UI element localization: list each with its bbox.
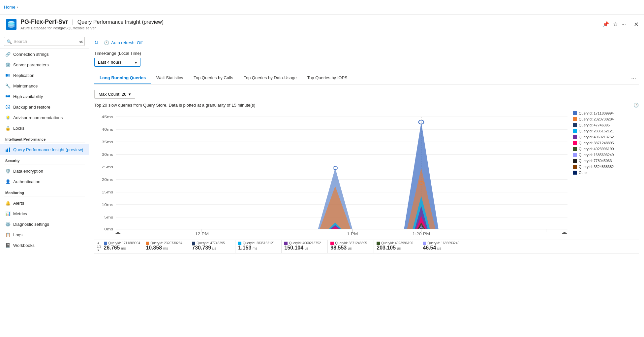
- chart-container: 45ms 40ms 35ms 30ms 25ms 20ms 15ms 10ms …: [94, 110, 639, 236]
- sidebar-item-diagnostic[interactable]: ⚙️ Diagnostic settings: [0, 219, 89, 229]
- legend-item-other: Other: [573, 170, 639, 176]
- legend-label-other: Other: [579, 171, 588, 175]
- svg-text:1 PM: 1 PM: [347, 232, 358, 236]
- legend-color-q9: [573, 159, 577, 163]
- sidebar-item-maintenance[interactable]: 🔧 Maintenance: [0, 81, 89, 91]
- tab-top-iops[interactable]: Top Queries by IOPS: [302, 72, 353, 84]
- sidebar-label: Advisor recommendations: [13, 115, 63, 120]
- tab-top-data[interactable]: Top Queries by Data-Usage: [238, 72, 302, 84]
- nav-info: 1/2: [97, 245, 101, 248]
- sidebar-item-metrics[interactable]: 📊 Metrics: [0, 208, 89, 219]
- svg-rect-11: [9, 148, 10, 152]
- legend-color-q5: [573, 135, 577, 139]
- data-value-q5: 150.104 μs: [284, 245, 325, 251]
- sidebar-item-high-availability[interactable]: High availability: [0, 91, 89, 102]
- search-input[interactable]: [4, 37, 85, 46]
- legend-label-q7: QueryId: 4023996190: [579, 147, 614, 151]
- sidebar-collapse-icon[interactable]: ≪: [79, 39, 83, 44]
- more-icon[interactable]: ···: [622, 21, 626, 27]
- sidebar-items: 🔗 Connection strings ⚙️ Server parameter…: [0, 49, 89, 251]
- sidebar-item-server-parameters[interactable]: ⚙️ Server parameters: [0, 59, 89, 70]
- auth-icon: 👤: [5, 179, 11, 184]
- pin-icon[interactable]: 📌: [602, 21, 609, 27]
- top-bar: Home ›: [0, 0, 644, 15]
- data-label-q4: QueryId: 2835152121: [243, 241, 275, 245]
- refresh-button[interactable]: ↻: [94, 40, 99, 46]
- tab-wait-statistics[interactable]: Wait Statistics: [151, 72, 188, 84]
- time-range-select-wrapper: Last 4 hours Last 1 hour Last 12 hours L…: [94, 58, 140, 67]
- data-value-q6: 98.553 μs: [330, 245, 371, 251]
- nav-up-icon[interactable]: ▲: [97, 241, 101, 244]
- data-value-q2: 10.858 ms: [146, 245, 186, 251]
- svg-text:10ms: 10ms: [102, 203, 113, 207]
- data-color-q4: [238, 242, 241, 245]
- tab-long-running[interactable]: Long Running Queries: [94, 72, 151, 84]
- sidebar-item-backup-restore[interactable]: Backup and restore: [0, 102, 89, 112]
- svg-text:45ms: 45ms: [102, 115, 113, 119]
- header-subtitle: Azure Database for PostgreSQL flexible s…: [20, 26, 602, 30]
- bottom-data-q5: QueryId: 4060213752 150.104 μs: [282, 240, 328, 253]
- search-icon: 🔍: [7, 39, 12, 44]
- sidebar-item-workbooks[interactable]: 📓 Workbooks: [0, 240, 89, 251]
- chevron-down-icon: ▾: [129, 92, 131, 97]
- sidebar-item-logs[interactable]: 📋 Logs: [0, 229, 89, 240]
- resource-name: PG-Flex-Perf-Svr: [20, 18, 68, 25]
- data-label-q6: QueryId: 3871248895: [335, 241, 367, 245]
- tabs-more-icon[interactable]: ···: [629, 75, 639, 82]
- sidebar-label: Locks: [13, 126, 24, 131]
- sidebar-label: Maintenance: [13, 84, 38, 88]
- sidebar-item-alerts[interactable]: 🔔 Alerts: [0, 198, 89, 208]
- max-count-button[interactable]: Max Count: 20 ▾: [94, 90, 135, 99]
- bottom-data-q6: QueryId: 3871248895 98.553 μs: [328, 240, 374, 253]
- svg-text:💡: 💡: [6, 116, 10, 120]
- sidebar-label: Diagnostic settings: [13, 222, 49, 227]
- tab-top-calls[interactable]: Top Queries by Calls: [188, 72, 238, 84]
- sidebar-item-query-perf[interactable]: Query Performance Insight (preview): [0, 144, 89, 155]
- legend-item-q4: QueryId: 2835152121: [573, 128, 639, 134]
- chart-description: Top 20 slow queries from Query Store. Da…: [94, 103, 639, 108]
- sidebar-item-authentication[interactable]: 👤 Authentication: [0, 176, 89, 187]
- diagnostic-icon: ⚙️: [5, 221, 11, 227]
- svg-text:30ms: 30ms: [102, 152, 113, 157]
- chart-desc-text: Top 20 slow queries from Query Store. Da…: [94, 103, 255, 108]
- sidebar-item-data-encryption[interactable]: 🛡️ Data encryption: [0, 166, 89, 176]
- star-icon[interactable]: ☆: [613, 21, 618, 27]
- data-color-q1: [104, 242, 107, 245]
- max-count-label: Max Count: 20: [99, 92, 127, 97]
- legend-label-q10: QueryId: 3524838382: [579, 165, 614, 169]
- backup-icon: [5, 104, 11, 110]
- time-range-select[interactable]: Last 4 hours Last 1 hour Last 12 hours L…: [94, 58, 140, 67]
- auto-refresh-label: Auto refresh: Off: [111, 40, 142, 45]
- svg-text:5ms: 5ms: [104, 215, 113, 219]
- legend-color-q4: [573, 129, 577, 133]
- history-icon[interactable]: 🕐: [633, 103, 639, 108]
- legend-label-q6: QueryId: 3871248895: [579, 141, 614, 145]
- legend-item-q6: QueryId: 3871248895: [573, 140, 639, 146]
- bottom-data-q4: QueryId: 2835152121 1.153 ms: [235, 240, 282, 253]
- breadcrumb-home[interactable]: Home: [4, 5, 15, 10]
- bottom-data-row: ▲ 1/2 ▼ QueryId: 1711809994 26.765 ms: [94, 240, 639, 253]
- maintenance-icon: 🔧: [5, 83, 11, 88]
- sidebar-item-locks[interactable]: 🔒 Locks: [0, 123, 89, 133]
- legend-label-q5: QueryId: 4060213752: [579, 135, 614, 139]
- time-range-section: TimeRange (Local Time) Last 4 hours Last…: [94, 51, 639, 67]
- sidebar-item-connection-strings[interactable]: 🔗 Connection strings: [0, 49, 89, 59]
- nav-down-icon[interactable]: ▼: [97, 249, 101, 252]
- bottom-data-q8: QueryId: 1685693249 46.54 μs: [420, 240, 466, 253]
- close-icon[interactable]: ✕: [634, 21, 639, 28]
- bottom-data-q7: QueryId: 4023996190 203.105 μs: [374, 240, 420, 253]
- ha-icon: [5, 94, 11, 99]
- svg-text:0ms: 0ms: [104, 227, 113, 231]
- legend-label-q2: QueryId: 2320730284: [579, 117, 614, 121]
- replication-icon: [5, 73, 11, 78]
- data-value-q7: 203.105 μs: [377, 245, 417, 251]
- data-color-q2: [146, 242, 149, 245]
- page-title: Query Performance Insight (preview): [77, 19, 164, 25]
- auto-refresh-button[interactable]: 🕐 Auto refresh: Off: [104, 40, 142, 45]
- sidebar-item-replication[interactable]: Replication: [0, 70, 89, 81]
- legend-label-q9: QueryId: 778045063: [579, 159, 612, 163]
- sidebar-item-advisor[interactable]: 💡 Advisor recommendations: [0, 112, 89, 123]
- advisor-icon: 💡: [5, 115, 11, 120]
- header-title: PG-Flex-Perf-Svr | Query Performance Ins…: [20, 18, 602, 25]
- data-label-q3: QueryId: 47746395: [197, 241, 225, 245]
